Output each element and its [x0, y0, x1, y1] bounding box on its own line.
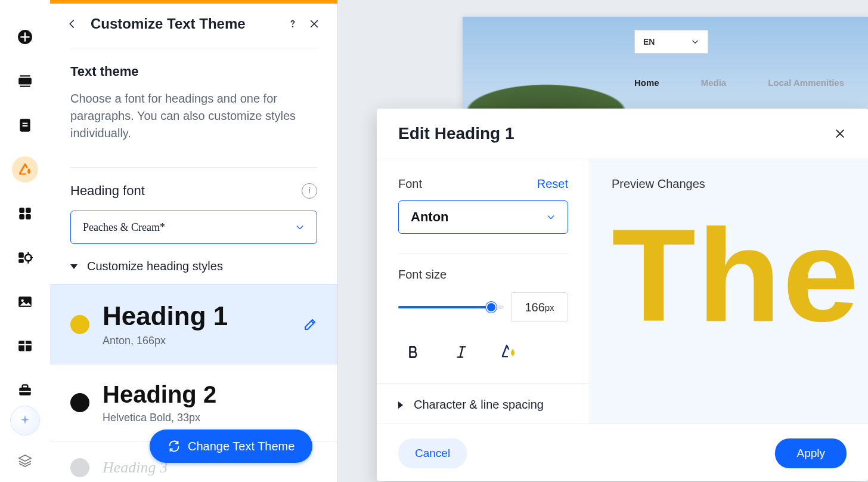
- heading-font-select[interactable]: Peaches & Cream*: [70, 211, 317, 244]
- heading-font-label: Heading font: [70, 183, 145, 199]
- chevron-down-icon: [295, 223, 305, 232]
- customize-text-theme-panel: Customize Text Theme Text theme Choose a…: [50, 0, 338, 482]
- site-nav: Home Media Local Ammenities: [634, 78, 868, 88]
- image-icon[interactable]: [12, 289, 38, 315]
- font-size-unit: px: [545, 302, 554, 313]
- character-line-spacing-label: Character & line spacing: [414, 398, 544, 412]
- slider-thumb[interactable]: [486, 302, 497, 313]
- heading-2-title: Heading 2: [103, 381, 317, 408]
- site-preview-canvas: EN Home Media Local Ammenities: [463, 17, 868, 112]
- font-value: Anton: [411, 209, 449, 225]
- modal-title: Edit Heading 1: [398, 124, 514, 143]
- language-value: EN: [643, 37, 655, 47]
- italic-button[interactable]: [451, 341, 472, 363]
- svg-rect-9: [26, 208, 31, 213]
- nav-home[interactable]: Home: [634, 78, 659, 88]
- theme-icon[interactable]: [12, 156, 38, 183]
- change-text-theme-button[interactable]: Change Text Theme: [150, 430, 312, 463]
- bold-button[interactable]: [403, 341, 424, 363]
- customize-heading-styles-label: Customize heading styles: [87, 259, 223, 273]
- text-theme-section-title: Text theme: [70, 64, 317, 79]
- preview-changes-label: Preview Changes: [612, 177, 847, 191]
- svg-rect-3: [20, 86, 30, 87]
- font-size-value: 166: [525, 301, 544, 314]
- color-dot-icon: [70, 393, 89, 412]
- reset-link[interactable]: Reset: [537, 177, 568, 191]
- page-icon[interactable]: [12, 112, 38, 138]
- svg-point-19: [21, 299, 24, 302]
- svg-rect-25: [19, 391, 31, 392]
- heading-font-value: Peaches & Cream*: [83, 221, 165, 234]
- svg-point-26: [292, 26, 293, 27]
- svg-rect-30: [502, 356, 508, 357]
- svg-rect-22: [24, 341, 26, 351]
- svg-rect-1: [18, 78, 32, 85]
- heading-1-row[interactable]: Heading 1 Anton, 166px: [50, 284, 337, 364]
- back-icon[interactable]: [67, 18, 78, 29]
- svg-rect-24: [23, 385, 28, 388]
- add-icon[interactable]: [12, 24, 38, 50]
- font-size-slider[interactable]: [398, 300, 500, 314]
- font-size-input[interactable]: 166px: [511, 292, 568, 322]
- ai-sparkle-icon[interactable]: [10, 406, 40, 435]
- help-icon[interactable]: [286, 17, 299, 30]
- language-select[interactable]: EN: [634, 30, 708, 54]
- svg-rect-11: [26, 214, 31, 220]
- triangle-down-icon: [70, 264, 78, 269]
- heading-2-meta: Helvetica Bold, 33px: [103, 412, 317, 424]
- refresh-icon: [168, 440, 181, 453]
- cancel-button[interactable]: Cancel: [398, 438, 467, 468]
- heading-1-title: Heading 1: [103, 301, 290, 331]
- widgets-icon[interactable]: [12, 245, 38, 271]
- color-dot-icon: [70, 315, 89, 334]
- briefcase-icon[interactable]: [12, 377, 38, 403]
- customize-heading-styles-toggle[interactable]: Customize heading styles: [70, 259, 317, 273]
- font-label: Font: [398, 177, 422, 191]
- table-icon[interactable]: [12, 333, 38, 359]
- section-icon[interactable]: [12, 68, 38, 94]
- character-line-spacing-toggle[interactable]: Character & line spacing: [377, 383, 590, 412]
- font-size-label: Font size: [398, 268, 568, 282]
- heading-1-meta: Anton, 166px: [103, 335, 290, 347]
- nav-media[interactable]: Media: [701, 78, 727, 88]
- edit-heading-modal: Edit Heading 1 Font Reset Anton Font siz…: [377, 109, 868, 481]
- preview-sample-text: The: [612, 215, 858, 337]
- left-nav-rail: [0, 0, 50, 482]
- close-icon[interactable]: [308, 17, 321, 30]
- apply-button[interactable]: Apply: [775, 438, 847, 468]
- info-icon[interactable]: i: [302, 183, 317, 199]
- color-dot-icon: [70, 458, 89, 477]
- change-text-theme-label: Change Text Theme: [188, 440, 294, 453]
- chevron-down-icon: [691, 38, 699, 46]
- svg-rect-15: [27, 252, 29, 254]
- svg-rect-8: [19, 208, 24, 213]
- svg-rect-7: [19, 174, 26, 175]
- svg-rect-10: [19, 214, 24, 220]
- font-select[interactable]: Anton: [398, 200, 568, 234]
- chevron-down-icon: [546, 212, 556, 222]
- panel-title: Customize Text Theme: [91, 16, 278, 32]
- apps-icon[interactable]: [12, 200, 38, 227]
- svg-rect-17: [30, 257, 33, 258]
- nav-amenities[interactable]: Local Ammenities: [768, 78, 844, 88]
- edit-icon[interactable]: [303, 317, 317, 332]
- close-icon[interactable]: [833, 127, 847, 140]
- svg-rect-13: [18, 259, 24, 263]
- layers-icon[interactable]: [12, 451, 38, 470]
- svg-rect-12: [18, 252, 24, 258]
- triangle-right-icon: [398, 401, 403, 409]
- svg-line-29: [460, 347, 463, 357]
- svg-rect-2: [20, 75, 30, 76]
- svg-rect-6: [23, 125, 28, 126]
- text-theme-description: Choose a font for headings and one for p…: [70, 90, 317, 142]
- svg-rect-5: [23, 123, 28, 124]
- svg-rect-16: [27, 261, 29, 263]
- text-color-button[interactable]: [498, 341, 520, 363]
